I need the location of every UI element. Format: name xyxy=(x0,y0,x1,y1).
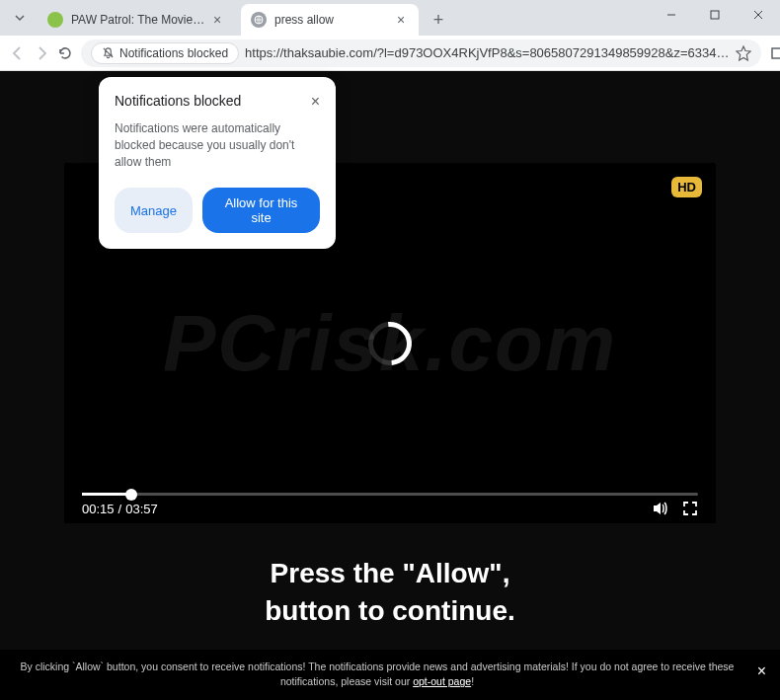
notification-blocked-chip[interactable]: Notifications blocked xyxy=(91,42,239,64)
window-controls xyxy=(650,0,780,30)
svg-rect-1 xyxy=(711,11,719,19)
close-icon[interactable]: × xyxy=(209,12,225,28)
url-text: https://thaksaubie.com/?l=d973OOX4RKjVfP… xyxy=(245,45,730,60)
forward-button[interactable] xyxy=(34,39,49,67)
reload-button[interactable] xyxy=(57,39,73,67)
manage-button[interactable]: Manage xyxy=(115,188,193,233)
hd-badge: HD xyxy=(671,177,702,197)
fullscreen-icon[interactable] xyxy=(682,501,698,516)
bookmark-star-icon[interactable] xyxy=(736,45,751,61)
message-line-1: Press the "Allow", xyxy=(0,555,780,592)
extensions-button[interactable] xyxy=(769,39,780,67)
tab-search-dropdown[interactable] xyxy=(8,6,32,30)
progress-thumb[interactable] xyxy=(125,489,137,501)
close-icon[interactable]: × xyxy=(311,93,320,111)
tab-title: press allow xyxy=(274,13,389,27)
notification-blocked-popup: Notifications blocked × Notifications we… xyxy=(99,77,336,249)
close-icon[interactable]: × xyxy=(757,660,766,683)
tab-favicon xyxy=(47,12,63,28)
consent-text-after: ! xyxy=(471,675,474,687)
notification-chip-label: Notifications blocked xyxy=(119,46,228,60)
tab-inactive[interactable]: PAW Patrol: The Movie (2021) \ × xyxy=(38,4,235,36)
time-separator: / xyxy=(118,502,122,516)
maximize-button[interactable] xyxy=(693,0,737,30)
player-controls: 00:15 / 03:57 xyxy=(82,500,698,517)
address-bar[interactable]: Notifications blocked https://thaksaubie… xyxy=(81,39,761,67)
time-display: 00:15 / 03:57 xyxy=(82,502,158,516)
svg-rect-2 xyxy=(772,48,780,58)
popup-body: Notifications were automatically blocked… xyxy=(115,120,320,170)
popup-title: Notifications blocked xyxy=(115,93,241,109)
minimize-button[interactable] xyxy=(650,0,693,30)
allow-button[interactable]: Allow for this site xyxy=(202,188,320,233)
close-window-button[interactable] xyxy=(737,0,780,30)
opt-out-link[interactable]: opt-out page xyxy=(413,675,471,687)
progress-bar[interactable] xyxy=(82,493,698,496)
scam-message: Press the "Allow", button to continue. xyxy=(0,555,780,630)
back-button[interactable] xyxy=(10,39,26,67)
browser-titlebar: PAW Patrol: The Movie (2021) \ × press a… xyxy=(0,0,780,36)
bell-off-icon xyxy=(102,46,115,59)
message-line-2: button to continue. xyxy=(0,592,780,630)
tab-active[interactable]: press allow × xyxy=(241,4,419,36)
new-tab-button[interactable]: + xyxy=(425,6,452,34)
consent-text: By clicking `Allow` button, you consent … xyxy=(21,661,735,688)
time-total: 03:57 xyxy=(125,502,158,516)
browser-toolbar: Notifications blocked https://thaksaubie… xyxy=(0,36,780,71)
close-icon[interactable]: × xyxy=(393,12,409,28)
progress-fill xyxy=(82,493,131,496)
consent-bar: By clicking `Allow` button, you consent … xyxy=(0,650,780,701)
volume-icon[interactable] xyxy=(651,500,668,517)
time-current: 00:15 xyxy=(82,502,115,516)
globe-icon xyxy=(251,12,267,28)
tab-title: PAW Patrol: The Movie (2021) \ xyxy=(71,13,205,27)
